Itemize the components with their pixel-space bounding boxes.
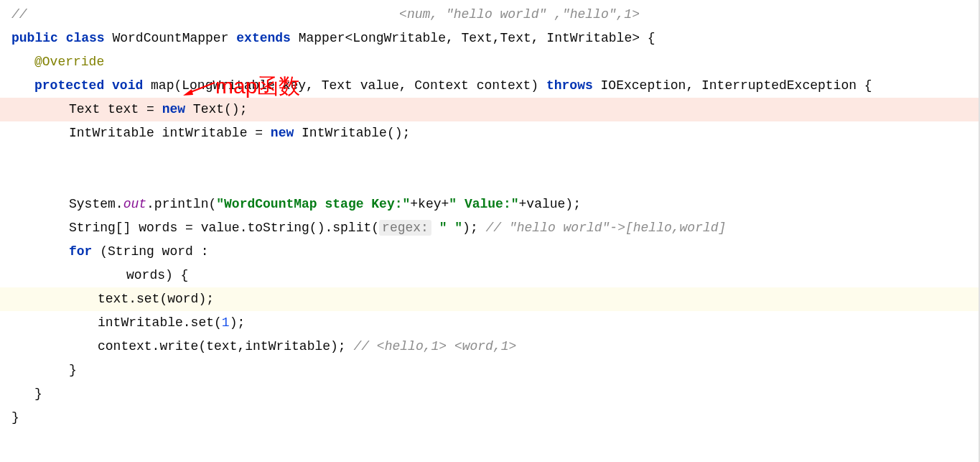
code-line[interactable]: for (String word : <box>0 240 979 264</box>
keyword: new <box>162 102 185 116</box>
keyword: new <box>271 126 294 140</box>
code-line-blank[interactable] <box>0 169 979 193</box>
keyword: public <box>11 31 58 45</box>
code-line[interactable]: String[] words = value.toString().split(… <box>0 216 979 240</box>
code-line[interactable]: words) { <box>0 264 979 287</box>
comment-text: // "hello world"->[hello,world] <box>486 221 727 235</box>
code-line[interactable]: public class WordCountMapper extends Map… <box>0 27 979 50</box>
code-line-blank[interactable] <box>0 145 979 169</box>
code-line[interactable]: System.out.println("WordCountMap stage K… <box>0 193 979 216</box>
comment-text: // <num, "hello world" ,"hello",1> <box>11 7 640 22</box>
keyword: for <box>69 244 92 259</box>
keyword: protected <box>34 78 104 93</box>
parameter-hint: regex: <box>379 220 431 236</box>
code-line[interactable]: } <box>0 406 979 430</box>
code-line-highlighted[interactable]: Text text = new Text(); <box>0 98 979 121</box>
annotation-token: @Override <box>34 55 104 69</box>
comment-text: // <hello,1> <word,1> <box>353 339 516 354</box>
code-line[interactable]: @Override <box>0 50 979 74</box>
code-line[interactable]: } <box>0 359 979 382</box>
keyword: throws <box>546 78 593 93</box>
string-literal: " " <box>439 221 462 235</box>
keyword: class <box>66 31 105 45</box>
code-line-highlighted[interactable]: text.set(word); <box>0 287 979 311</box>
code-line[interactable]: protected void map(LongWritable key, Tex… <box>0 74 979 98</box>
code-line[interactable]: // <num, "hello world" ,"hello",1> <box>0 3 979 27</box>
number-literal: 1 <box>222 315 230 330</box>
code-line[interactable]: } <box>0 382 979 406</box>
code-line[interactable]: IntWritable intWritable = new IntWritabl… <box>0 121 979 145</box>
code-line[interactable]: context.write(text,intWritable); // <hel… <box>0 335 979 359</box>
static-field: out <box>123 197 146 211</box>
keyword: void <box>112 78 143 93</box>
code-editor[interactable]: map函数 // <num, "hello world" ,"hello",1>… <box>0 0 980 462</box>
string-literal: " Value:" <box>449 197 518 211</box>
keyword: extends <box>236 31 291 45</box>
string-literal: "WordCountMap stage Key:" <box>216 197 410 211</box>
code-line[interactable]: intWritable.set(1); <box>0 311 979 335</box>
